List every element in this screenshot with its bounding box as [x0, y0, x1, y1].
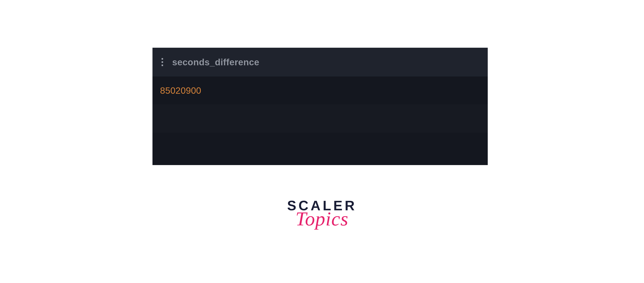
column-header: seconds_difference	[172, 57, 259, 67]
brand-logo-line2: Topics	[287, 209, 357, 229]
brand-logo: SCALER Topics	[287, 199, 357, 229]
drag-handle-icon[interactable]	[160, 58, 164, 66]
query-result-panel: seconds_difference 85020900	[152, 48, 488, 165]
result-value-row: 85020900	[152, 76, 488, 104]
result-value: 85020900	[160, 85, 201, 96]
result-header-row: seconds_difference	[152, 48, 488, 76]
empty-row	[152, 104, 488, 133]
page-canvas: seconds_difference 85020900 SCALER Topic…	[0, 0, 644, 283]
empty-row	[152, 133, 488, 165]
